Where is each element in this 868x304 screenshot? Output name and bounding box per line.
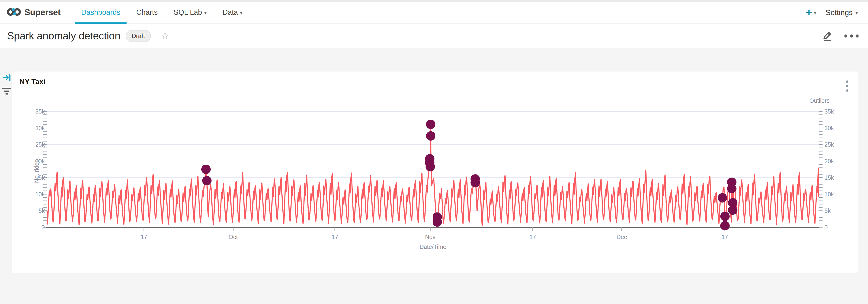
y-tick-label-right: 35k [825,108,834,115]
outlier-point[interactable] [720,221,730,230]
outlier-point[interactable] [201,165,211,174]
outlier-point[interactable] [728,205,738,215]
outlier-point[interactable] [426,120,435,129]
dashboard-title-bar: Spark anomaly detection Draft ☆ [0,24,868,48]
nav-item-data[interactable]: Data ▾ [215,2,250,23]
y-tick-label-right: 25k [825,141,834,148]
new-item-button[interactable]: + ▾ [802,7,820,18]
y-tick-label-right: 5k [825,208,831,214]
chart-card-ny-taxi: NY Taxi 005k5k10k10k15k15k20k20k25k25k30… [12,72,858,273]
filter-lines-icon[interactable] [2,88,11,94]
settings-menu[interactable]: Settings ▾ [822,8,861,17]
title-actions [822,29,859,43]
nav-item-charts[interactable]: Charts [128,2,166,23]
superset-infinity-icon [6,7,21,18]
x-tick-label: 17 [332,233,338,240]
y-tick-label-right: 10k [825,191,834,197]
edit-pencil-icon[interactable] [822,29,834,43]
outlier-point[interactable] [470,178,480,187]
outlier-point[interactable] [202,176,212,185]
outlier-point[interactable] [718,193,727,202]
outlier-point[interactable] [433,217,442,227]
y-tick-label-left: 5k [39,208,45,214]
caret-down-icon: ▾ [855,10,858,16]
navbar-right: + ▾ Settings ▾ [802,7,861,18]
plus-icon: + [806,7,812,18]
y-tick-label-left: 30k [35,125,45,131]
x-tick-label: Nov [425,233,436,240]
dashboard-title[interactable]: Spark anomaly detection [7,30,120,42]
x-axis-title: Date/Time [420,244,446,250]
right-axis-title: Outliers [809,98,830,104]
expand-filter-panel-icon[interactable] [2,74,11,83]
caret-down-icon: ▾ [814,10,816,16]
top-navbar: Superset Dashboards Charts SQL Lab ▾ Dat… [0,2,868,24]
left-axis-title: No. rides [33,160,40,183]
caret-down-icon: ▾ [204,10,207,16]
x-tick-label: 17 [141,233,147,240]
ellipsis-icon[interactable] [844,34,859,37]
outlier-point[interactable] [426,162,435,171]
x-tick-label: 17 [721,233,728,240]
y-tick-label-left: 10k [35,191,45,197]
y-tick-label-right: 30k [825,125,834,131]
outlier-point[interactable] [727,184,737,193]
outlier-point[interactable] [720,212,730,221]
outlier-point[interactable] [426,131,435,140]
brand-name: Superset [24,7,60,17]
y-tick-label-left: 35k [35,108,45,115]
y-tick-label-right: 20k [825,158,834,164]
x-tick-label: 17 [529,233,536,240]
y-tick-label-left: 0 [41,224,45,230]
star-outline-icon[interactable]: ☆ [160,31,169,41]
y-tick-label-left: 25k [35,141,45,148]
main-nav: Dashboards Charts SQL Lab ▾ Data ▾ [73,2,250,23]
nav-item-sql-lab[interactable]: SQL Lab ▾ [166,2,215,23]
nav-item-dashboards[interactable]: Dashboards [73,2,128,23]
filter-bar-rail [0,48,12,304]
x-tick-label: Dec [617,233,627,240]
draft-status-badge: Draft [126,30,151,42]
y-tick-label-right: 0 [825,224,828,230]
chart-canvas[interactable]: 005k5k10k10k15k15k20k20k25k25k30k30k35k3… [12,72,858,273]
y-tick-label-right: 15k [825,174,834,181]
superset-logo[interactable]: Superset [6,7,60,18]
x-tick-label: Oct [229,233,238,240]
caret-down-icon: ▾ [240,10,243,16]
